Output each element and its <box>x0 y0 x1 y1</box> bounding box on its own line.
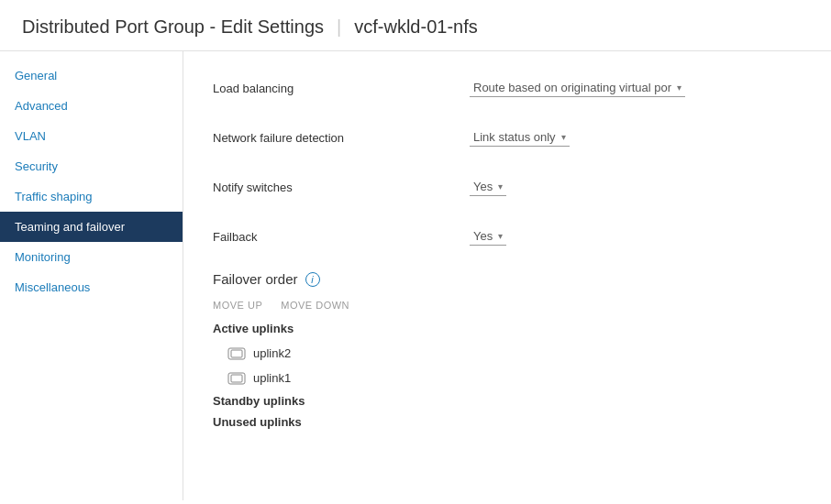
dropdown-arrow-notify-switches: ▾ <box>498 181 503 192</box>
label-network-failure-detection: Network failure detection <box>213 131 470 145</box>
sidebar-item-traffic-shaping[interactable]: Traffic shaping <box>0 181 183 212</box>
form-row-load-balancing: Load balancingRoute based on originating… <box>213 73 802 103</box>
layout: GeneralAdvancedVLANSecurityTraffic shapi… <box>0 51 831 500</box>
sidebar-item-general[interactable]: General <box>0 60 183 91</box>
uplink-name-uplink2: uplink2 <box>253 346 291 360</box>
standby-uplinks-section: Standby uplinks <box>213 394 802 408</box>
unused-uplinks-label: Unused uplinks <box>213 415 802 429</box>
move-down-button[interactable]: MOVE DOWN <box>281 300 349 311</box>
dropdown-arrow-load-balancing: ▾ <box>677 82 681 93</box>
active-uplinks-label: Active uplinks <box>213 322 802 335</box>
move-up-button[interactable]: MOVE UP <box>213 300 262 311</box>
uplink-item-uplink1[interactable]: uplink1 <box>213 367 802 389</box>
uplink-icon-uplink1 <box>227 372 246 385</box>
standby-uplinks-label: Standby uplinks <box>213 394 802 408</box>
uplink-icon-uplink2 <box>227 347 246 360</box>
label-load-balancing: Load balancing <box>213 82 470 95</box>
main-content: Load balancingRoute based on originating… <box>183 51 831 500</box>
uplink-item-uplink2[interactable]: uplink2 <box>213 343 802 364</box>
dropdown-load-balancing[interactable]: Route based on originating virtual por▾ <box>470 79 685 97</box>
dropdown-network-failure-detection[interactable]: Link status only▾ <box>470 128 570 147</box>
label-failback: Failback <box>213 230 470 244</box>
dropdown-value-load-balancing: Route based on originating virtual por <box>473 81 671 94</box>
uplink-name-uplink1: uplink1 <box>253 371 291 385</box>
control-failback: Yes▾ <box>470 227 802 246</box>
control-load-balancing: Route based on originating virtual por▾ <box>470 79 802 97</box>
form-row-failback: FailbackYes▾ <box>213 222 802 251</box>
dropdown-value-network-failure-detection: Link status only <box>473 130 556 144</box>
dropdown-notify-switches[interactable]: Yes▾ <box>470 178 506 196</box>
sidebar-item-miscellaneous[interactable]: Miscellaneous <box>0 272 183 302</box>
sidebar-item-vlan[interactable]: VLAN <box>0 121 183 151</box>
active-uplinks-section: Active uplinks uplink2uplink1 <box>213 322 802 389</box>
move-controls: MOVE UP MOVE DOWN <box>213 300 802 311</box>
dropdown-arrow-network-failure-detection: ▾ <box>561 132 566 142</box>
sidebar-item-teaming-and-failover[interactable]: Teaming and failover <box>0 212 183 242</box>
dropdown-value-notify-switches: Yes <box>473 180 493 193</box>
svg-rect-1 <box>231 350 242 357</box>
dropdown-value-failback: Yes <box>473 229 493 243</box>
sidebar-item-advanced[interactable]: Advanced <box>0 91 183 121</box>
label-notify-switches: Notify switches <box>213 181 470 194</box>
svg-rect-3 <box>231 375 242 382</box>
sidebar-item-security[interactable]: Security <box>0 151 183 181</box>
control-notify-switches: Yes▾ <box>470 178 802 196</box>
sidebar: GeneralAdvancedVLANSecurityTraffic shapi… <box>0 51 183 500</box>
control-network-failure-detection: Link status only▾ <box>470 128 802 147</box>
header-divider: | <box>337 16 341 38</box>
dropdown-arrow-failback: ▾ <box>498 231 503 241</box>
sidebar-item-monitoring[interactable]: Monitoring <box>0 242 183 272</box>
failover-order-section: Failover order i <box>213 271 802 287</box>
header: Distributed Port Group - Edit Settings |… <box>0 0 831 51</box>
failover-order-title: Failover order <box>213 271 298 287</box>
page-subtitle: vcf-wkld-01-nfs <box>354 16 477 38</box>
form-row-network-failure-detection: Network failure detectionLink status onl… <box>213 123 802 152</box>
dropdown-failback[interactable]: Yes▾ <box>470 227 506 246</box>
unused-uplinks-section: Unused uplinks <box>213 415 802 429</box>
info-icon[interactable]: i <box>305 272 320 287</box>
form-row-notify-switches: Notify switchesYes▾ <box>213 172 802 202</box>
page-title: Distributed Port Group - Edit Settings <box>22 16 324 38</box>
